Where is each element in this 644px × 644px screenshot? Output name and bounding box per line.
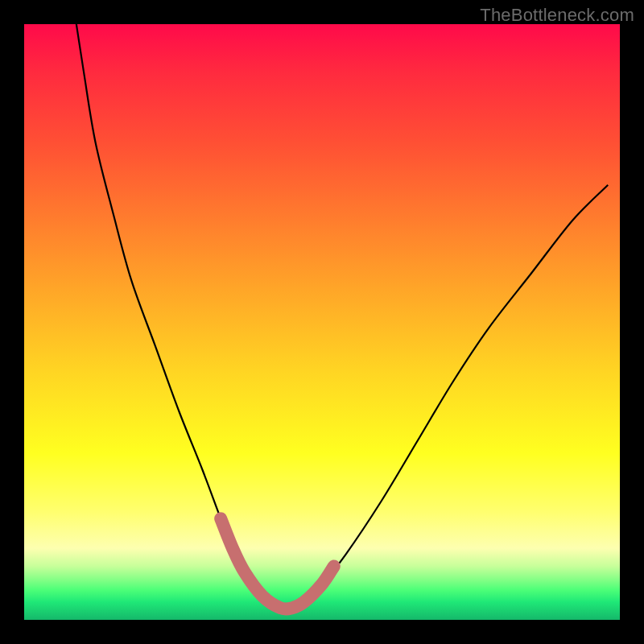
- bottleneck-curve-path: [72, 24, 608, 609]
- plot-area: [24, 24, 620, 620]
- bottom-segment-path: [221, 518, 334, 609]
- curve-layer: [24, 24, 620, 620]
- watermark-text: TheBottleneck.com: [480, 5, 634, 26]
